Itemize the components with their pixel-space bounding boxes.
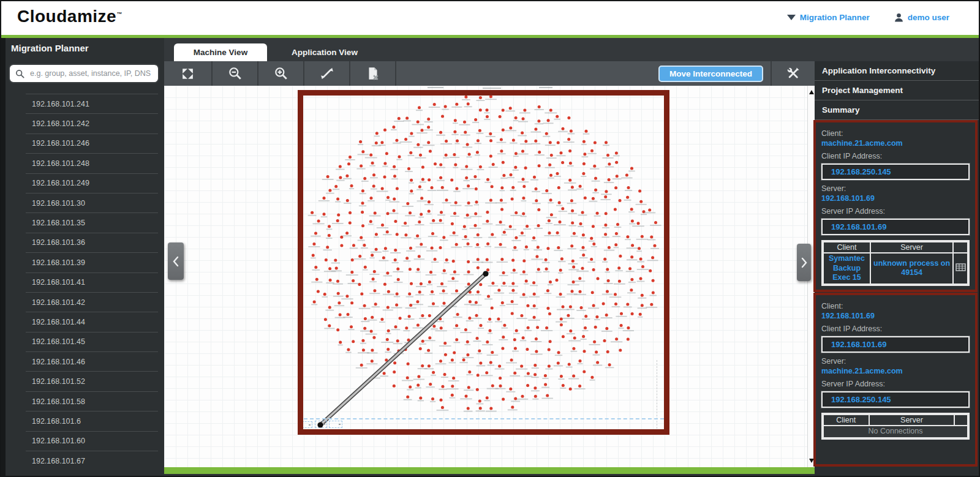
sidebar-ip-item[interactable]: 192.168.101.45 — [26, 332, 158, 351]
sidebar-ip-item[interactable]: 192.168.101.52 — [26, 371, 158, 391]
sidebar-ip-item[interactable]: 192.168.101.35 — [26, 212, 158, 232]
server-link[interactable]: machine.21.acme.com — [821, 367, 970, 375]
conn-header-server: Server — [870, 415, 954, 425]
conn-header-icon — [955, 415, 967, 425]
chevron-right-icon — [801, 257, 808, 268]
sidebar-ip-item[interactable]: 192.168.101.41 — [26, 272, 158, 292]
sidebar: Migration Planner 192.168.101.241192.168… — [1, 38, 164, 476]
sidebar-ip-label: 192.168.101.44 — [32, 318, 85, 326]
sidebar-ip-label: 192.168.101.248 — [32, 159, 89, 168]
server-ip-field[interactable]: 192.168.250.145 — [821, 391, 970, 408]
sidebar-ip-item[interactable]: 192.168.101.42 — [26, 292, 158, 312]
section-summary[interactable]: Summary — [815, 100, 979, 120]
tab-machine-view[interactable]: Machine View — [174, 43, 267, 61]
server-ip-label: Server IP Address: — [821, 380, 970, 388]
sidebar-ip-item[interactable]: 192.168.101.246 — [26, 133, 158, 153]
sidebar-ip-item[interactable]: 192.168.101.30 — [26, 193, 158, 212]
accent-bar-bottom — [164, 467, 815, 474]
section-application-interconnectivity[interactable]: Application Interconnectivity — [815, 61, 979, 81]
connections-table: Client Server Symantec Backup Exec 15 un… — [821, 240, 970, 286]
sidebar-ip-label: 192.168.101.35 — [32, 219, 85, 227]
sidebar-ip-item[interactable]: 192.168.101.36 — [26, 233, 158, 252]
zoom-in-icon — [274, 66, 288, 81]
client-ip-field[interactable]: 192.168.101.69 — [821, 336, 970, 353]
product-menu-label: Migration Planner — [800, 13, 870, 22]
sidebar-ip-item[interactable]: 192.168.101.67 — [26, 451, 158, 470]
user-menu[interactable]: demo user — [894, 13, 949, 22]
sidebar-ip-label: 192.168.101.46 — [32, 358, 85, 366]
top-header: Cloudamize™ Migration Planner demo user — [0, 0, 980, 35]
sidebar-ip-item[interactable]: 192.168.101.241 — [26, 94, 158, 113]
sidebar-ip-item[interactable]: 192.168.101.58 — [26, 391, 158, 411]
server-label: Server: — [821, 184, 970, 193]
search-input[interactable] — [29, 69, 153, 78]
move-interconnected-button[interactable]: Move Interconnected — [658, 66, 763, 82]
sidebar-ip-item[interactable]: 192.168.101.39 — [26, 252, 158, 272]
conn-header-client: Client — [824, 242, 870, 252]
view-tabbar: Machine View Application View — [164, 38, 979, 61]
table-icon — [956, 263, 966, 271]
sidebar-ip-item[interactable]: 192.168.101.6 — [26, 411, 158, 430]
client-ip-label: Client IP Address: — [821, 152, 970, 160]
sidebar-ip-label: 192.168.101.41 — [32, 278, 85, 287]
sidebar-ip-label: 192.168.101.36 — [32, 238, 85, 247]
machine-map-canvas[interactable] — [164, 86, 807, 467]
search-box — [9, 64, 159, 83]
tools-button[interactable] — [771, 61, 815, 86]
draw-connection-icon — [320, 66, 334, 81]
map-toolbar: Move Interconnected — [164, 61, 815, 86]
sidebar-ip-item[interactable]: 192.168.101.46 — [26, 351, 158, 371]
sidebar-ip-item[interactable]: 192.168.101.248 — [26, 153, 158, 173]
zoom-in-button[interactable] — [258, 61, 304, 86]
sidebar-ip-label: 192.168.101.39 — [32, 258, 85, 267]
no-connections-row: No Connections — [824, 426, 967, 437]
cloudamize-logo: Cloudamize™ — [17, 7, 123, 26]
tools-icon — [785, 66, 801, 81]
fit-view-button[interactable] — [164, 61, 213, 86]
sidebar-ip-label: 192.168.101.246 — [32, 139, 89, 148]
logo-text: Cloudamize — [17, 7, 116, 26]
collapse-sidebar-button[interactable] — [168, 242, 184, 280]
sidebar-ip-label: 192.168.101.58 — [32, 397, 85, 406]
migration-planner-app: Cloudamize™ Migration Planner demo user … — [0, 0, 980, 477]
scroll-up-icon[interactable] — [809, 90, 814, 94]
sidebar-ip-item[interactable]: 192.168.101.242 — [26, 113, 158, 133]
sidebar-ip-item[interactable]: 192.168.101.60 — [26, 431, 158, 451]
clear-selection-button[interactable] — [350, 61, 396, 86]
sidebar-ip-label: 192.168.101.6 — [32, 417, 81, 426]
tab-application-view[interactable]: Application View — [276, 43, 374, 61]
draw-connection-button[interactable] — [304, 61, 350, 86]
collapse-panel-button[interactable] — [797, 244, 811, 281]
sidebar-ip-item[interactable]: 192.168.101.44 — [26, 312, 158, 331]
server-label: Server: — [821, 357, 970, 366]
conn-client-process[interactable]: Symantec Backup Exec 15 — [824, 254, 870, 284]
client-link[interactable]: machine.21.acme.com — [821, 139, 970, 148]
top-nav: Migration Planner demo user — [787, 0, 980, 35]
conn-detail-button[interactable] — [954, 254, 967, 284]
summary-block: Client: machine.21.acme.com Client IP Ad… — [813, 120, 978, 292]
server-link[interactable]: 192.168.101.69 — [821, 194, 970, 203]
sidebar-ip-label: 192.168.101.52 — [32, 377, 85, 386]
user-icon — [894, 13, 903, 22]
client-link[interactable]: 192.168.101.69 — [821, 312, 970, 320]
client-label: Client: — [821, 302, 970, 310]
client-ip-field[interactable]: 192.168.250.145 — [821, 163, 970, 180]
section-project-management[interactable]: Project Management — [815, 81, 979, 100]
no-connections-text: No Connections — [824, 426, 967, 437]
sidebar-ip-label: 192.168.101.45 — [32, 337, 85, 346]
sidebar-ip-item[interactable]: 192.168.101.249 — [26, 173, 158, 193]
server-ip-label: Server IP Address: — [821, 207, 970, 216]
selection-region-border — [298, 90, 669, 435]
conn-header-server: Server — [871, 242, 952, 252]
zoom-out-button[interactable] — [213, 61, 258, 86]
server-ip-field[interactable]: 192.168.101.69 — [821, 219, 970, 235]
product-menu[interactable]: Migration Planner — [787, 13, 870, 22]
right-panel: Application Interconnectivity Project Ma… — [815, 61, 979, 476]
fit-view-icon — [181, 67, 195, 81]
sidebar-ip-label: 192.168.101.242 — [32, 119, 89, 128]
sidebar-ip-label: 192.168.101.249 — [32, 179, 89, 187]
search-icon — [15, 69, 24, 78]
clear-selection-icon — [366, 66, 380, 81]
conn-server-process[interactable]: unknown process on 49154 — [871, 254, 952, 284]
connections-table: Client Server No Connections — [821, 413, 970, 440]
